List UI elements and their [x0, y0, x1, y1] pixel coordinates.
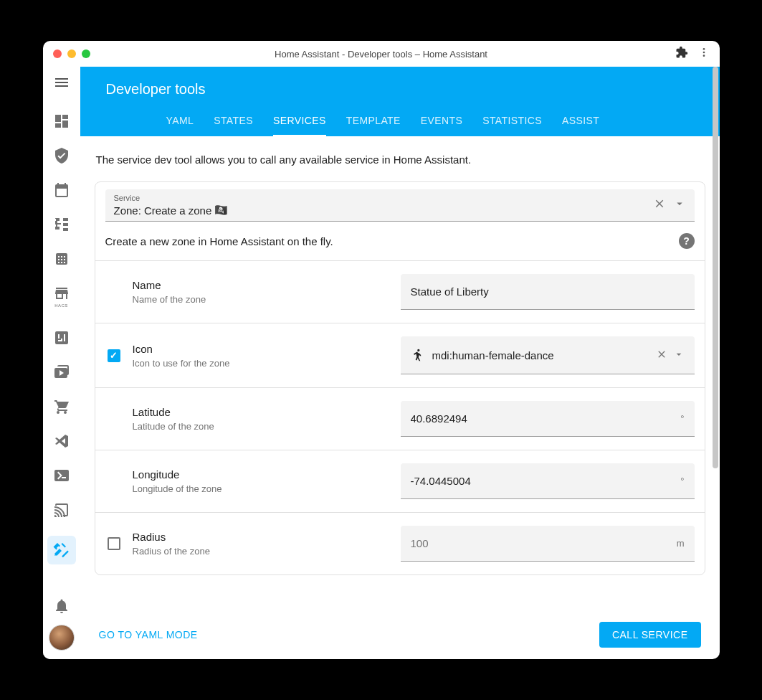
- call-service-button[interactable]: CALL SERVICE: [599, 622, 701, 648]
- page-description: The service dev tool allows you to call …: [95, 153, 705, 166]
- field-label: Icon: [133, 343, 391, 355]
- unit-label: °: [680, 476, 684, 486]
- chevron-down-icon[interactable]: [673, 197, 686, 213]
- human-female-dance-icon: [411, 348, 425, 362]
- clear-icon[interactable]: [656, 349, 667, 362]
- dashboard-icon[interactable]: [53, 113, 70, 130]
- field-hint: Latitude of the zone: [133, 421, 391, 432]
- field-row-name: Name Name of the zone: [95, 261, 705, 323]
- extensions-icon[interactable]: [675, 46, 688, 62]
- field-row-latitude: Latitude Latitude of the zone °: [95, 388, 705, 450]
- field-row-radius: Radius Radius of the zone m: [95, 513, 705, 574]
- longitude-input-text[interactable]: [411, 475, 674, 487]
- clear-icon[interactable]: [653, 197, 666, 213]
- latitude-input-text[interactable]: [411, 412, 674, 425]
- developer-tools-icon[interactable]: [47, 536, 76, 564]
- tab-states[interactable]: STATES: [214, 115, 253, 136]
- terminal-icon[interactable]: [53, 467, 70, 484]
- unit-label: °: [680, 413, 684, 424]
- chevron-down-icon[interactable]: [673, 349, 685, 362]
- traffic-lights: [53, 49, 90, 58]
- longitude-input[interactable]: °: [401, 463, 695, 499]
- menu-dots-icon[interactable]: [698, 47, 710, 61]
- field-hint: Radius of the zone: [133, 546, 391, 557]
- field-label: Longitude: [133, 468, 391, 481]
- cart-icon[interactable]: [53, 398, 70, 415]
- unit-label: m: [677, 538, 685, 549]
- pirate-flag-icon: 🏴‍☠️: [214, 204, 228, 217]
- name-input[interactable]: [401, 274, 695, 310]
- scrollbar[interactable]: [713, 67, 718, 468]
- field-row-longitude: Longitude Longitude of the zone °: [95, 450, 705, 513]
- menu-icon[interactable]: [53, 74, 70, 91]
- tab-statistics[interactable]: STATISTICS: [482, 115, 542, 136]
- media-icon[interactable]: [53, 364, 70, 381]
- window-close-button[interactable]: [53, 49, 62, 58]
- tab-template[interactable]: TEMPLATE: [346, 115, 401, 136]
- window-maximize-button[interactable]: [82, 49, 90, 58]
- help-icon[interactable]: ?: [679, 233, 695, 249]
- icon-checkbox[interactable]: [108, 349, 120, 362]
- svg-point-1: [703, 52, 705, 54]
- page-title: Developer tools: [80, 67, 720, 98]
- cast-icon[interactable]: [53, 501, 70, 519]
- service-selector-label: Service: [114, 194, 653, 202]
- icon-input-text[interactable]: [432, 349, 649, 361]
- service-selector-value: Zone: Create a zone: [114, 204, 212, 217]
- field-row-icon: Icon Icon to use for the zone: [95, 323, 705, 388]
- tab-assist[interactable]: ASSIST: [562, 115, 599, 136]
- radius-checkbox[interactable]: [108, 537, 120, 550]
- sidebar: HACS: [43, 67, 80, 659]
- field-label: Radius: [133, 531, 391, 543]
- service-description: Create a new zone in Home Assistant on t…: [105, 235, 679, 247]
- notifications-icon[interactable]: [53, 597, 70, 615]
- field-hint: Icon to use for the zone: [133, 358, 391, 369]
- vscode-icon[interactable]: [53, 432, 70, 450]
- field-hint: Name of the zone: [133, 294, 391, 305]
- main-content: Developer tools YAML STATES SERVICES TEM…: [80, 67, 720, 659]
- window-minimize-button[interactable]: [67, 49, 76, 58]
- icon-input[interactable]: [401, 336, 695, 374]
- footer: GO TO YAML MODE CALL SERVICE: [80, 610, 720, 659]
- tabs: YAML STATES SERVICES TEMPLATE EVENTS STA…: [80, 115, 720, 136]
- app-window: Home Assistant - Developer tools – Home …: [43, 41, 720, 659]
- service-selector[interactable]: Service Zone: Create a zone 🏴‍☠️: [105, 189, 695, 222]
- shield-check-icon[interactable]: [53, 147, 70, 164]
- svg-point-0: [703, 48, 705, 50]
- service-card: Service Zone: Create a zone 🏴‍☠️: [95, 181, 705, 575]
- chip-icon[interactable]: [53, 250, 70, 268]
- field-label: Name: [133, 279, 391, 291]
- hacs-label: HACS: [54, 303, 68, 308]
- flow-icon[interactable]: [53, 216, 70, 233]
- tab-services[interactable]: SERVICES: [273, 115, 326, 137]
- device-icon[interactable]: [53, 329, 70, 346]
- tab-yaml[interactable]: YAML: [166, 115, 194, 136]
- radius-input[interactable]: m: [401, 526, 695, 562]
- window-title: Home Assistant - Developer tools – Home …: [43, 49, 720, 60]
- tab-events[interactable]: EVENTS: [421, 115, 462, 136]
- avatar[interactable]: [49, 625, 75, 651]
- latitude-input[interactable]: °: [401, 401, 695, 437]
- field-label: Latitude: [133, 406, 391, 418]
- yaml-mode-button[interactable]: GO TO YAML MODE: [99, 629, 198, 640]
- radius-input-text[interactable]: [411, 537, 670, 549]
- titlebar: Home Assistant - Developer tools – Home …: [43, 41, 720, 67]
- calendar-icon[interactable]: [53, 181, 70, 199]
- svg-point-2: [703, 55, 705, 57]
- field-hint: Longitude of the zone: [133, 483, 391, 494]
- name-input-text[interactable]: [411, 285, 685, 298]
- header: Developer tools YAML STATES SERVICES TEM…: [80, 67, 720, 136]
- store-icon[interactable]: [53, 285, 70, 302]
